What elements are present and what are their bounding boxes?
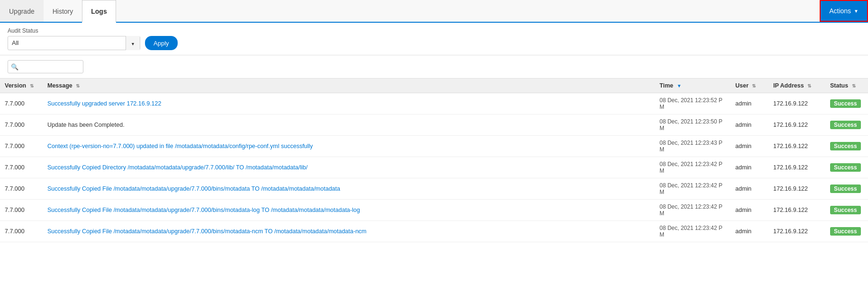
- col-header-version[interactable]: Version: [0, 79, 43, 93]
- tab-history[interactable]: History: [44, 0, 82, 22]
- cell-status: Success: [825, 114, 868, 136]
- cell-time: 08 Dec, 2021 12:23:43 PM: [655, 136, 731, 157]
- col-header-message[interactable]: Message: [43, 79, 655, 93]
- filter-area: Audit Status All Apply: [0, 23, 868, 55]
- cell-time: 08 Dec, 2021 12:23:42 PM: [655, 221, 731, 242]
- cell-time: 08 Dec, 2021 12:23:52 PM: [655, 93, 731, 114]
- cell-user: admin: [731, 93, 769, 114]
- message-link[interactable]: Successfully Copied File /motadata/motad…: [47, 185, 340, 192]
- search-input-wrap: 🔍: [8, 60, 83, 73]
- cell-version: 7.7.000: [0, 178, 43, 200]
- status-badge: Success: [830, 185, 861, 193]
- table-row: 7.7.000Update has been Completed.08 Dec,…: [0, 114, 868, 136]
- sort-icon-time: ▼: [677, 83, 681, 88]
- status-badge: Success: [830, 99, 861, 108]
- col-header-status[interactable]: Status: [825, 79, 868, 93]
- cell-ip: 172.16.9.122: [769, 136, 825, 157]
- search-icon: 🔍: [11, 63, 18, 70]
- top-bar: Upgrade History Logs Actions ▼: [0, 0, 868, 23]
- sort-icon-status: [852, 83, 856, 88]
- status-badge: Success: [830, 206, 861, 214]
- col-header-time[interactable]: Time ▼: [655, 79, 731, 93]
- cell-message[interactable]: Successfully Copied File /motadata/motad…: [43, 178, 655, 200]
- cell-status: Success: [825, 93, 868, 114]
- message-link[interactable]: Successfully Copied Directory /motadata/…: [47, 164, 307, 171]
- cell-version: 7.7.000: [0, 221, 43, 242]
- cell-ip: 172.16.9.122: [769, 93, 825, 114]
- cell-user: admin: [731, 114, 769, 136]
- col-header-ip[interactable]: IP Address: [769, 79, 825, 93]
- search-input[interactable]: [20, 63, 80, 70]
- table-row: 7.7.000Successfully Copied File /motadat…: [0, 200, 868, 221]
- logs-table: Version Message Time ▼ User IP Address: [0, 79, 868, 242]
- cell-version: 7.7.000: [0, 157, 43, 178]
- status-badge: Success: [830, 121, 861, 129]
- sort-icon-user: [752, 83, 756, 88]
- cell-status: Success: [825, 200, 868, 221]
- cell-message[interactable]: Context (rpe-version-no=7.7.000) updated…: [43, 136, 655, 157]
- cell-user: admin: [731, 221, 769, 242]
- audit-status-value: All: [8, 36, 126, 50]
- cell-ip: 172.16.9.122: [769, 114, 825, 136]
- cell-status: Success: [825, 178, 868, 200]
- table-row: 7.7.000Successfully Copied Directory /mo…: [0, 157, 868, 178]
- table-header-row: Version Message Time ▼ User IP Address: [0, 79, 868, 93]
- sort-icon-version: [30, 83, 34, 88]
- tab-upgrade[interactable]: Upgrade: [0, 0, 44, 22]
- chevron-down-icon: ▼: [854, 9, 859, 14]
- cell-message[interactable]: Successfully Copied File /motadata/motad…: [43, 200, 655, 221]
- cell-status: Success: [825, 136, 868, 157]
- cell-version: 7.7.000: [0, 136, 43, 157]
- cell-user: admin: [731, 157, 769, 178]
- message-link[interactable]: Successfully Copied File /motadata/motad…: [47, 207, 360, 213]
- cell-message: Update has been Completed.: [43, 114, 655, 136]
- cell-ip: 172.16.9.122: [769, 178, 825, 200]
- actions-button[interactable]: Actions ▼: [820, 0, 868, 22]
- cell-time: 08 Dec, 2021 12:23:42 PM: [655, 200, 731, 221]
- sort-icon-message: [76, 83, 80, 88]
- table-row: 7.7.000Successfully upgraded server 172.…: [0, 93, 868, 114]
- cell-time: 08 Dec, 2021 12:23:42 PM: [655, 178, 731, 200]
- cell-message[interactable]: Successfully Copied File /motadata/motad…: [43, 221, 655, 242]
- table-wrap: Version Message Time ▼ User IP Address: [0, 79, 868, 242]
- cell-user: admin: [731, 136, 769, 157]
- status-badge: Success: [830, 227, 861, 236]
- audit-status-select[interactable]: All: [8, 36, 140, 50]
- cell-version: 7.7.000: [0, 93, 43, 114]
- chevron-down-icon: [131, 40, 135, 47]
- status-badge: Success: [830, 142, 861, 150]
- filter-row: All Apply: [8, 36, 860, 50]
- cell-ip: 172.16.9.122: [769, 200, 825, 221]
- audit-status-dropdown-arrow[interactable]: [126, 36, 140, 50]
- cell-version: 7.7.000: [0, 114, 43, 136]
- search-area: 🔍: [0, 55, 868, 79]
- cell-message[interactable]: Successfully upgraded server 172.16.9.12…: [43, 93, 655, 114]
- cell-user: admin: [731, 200, 769, 221]
- cell-ip: 172.16.9.122: [769, 221, 825, 242]
- message-link[interactable]: Context (rpe-version-no=7.7.000) updated…: [47, 143, 313, 150]
- cell-time: 08 Dec, 2021 12:23:50 PM: [655, 114, 731, 136]
- tab-logs[interactable]: Logs: [82, 0, 116, 23]
- sort-icon-ip: [807, 83, 811, 88]
- status-badge: Success: [830, 163, 861, 172]
- col-header-user[interactable]: User: [731, 79, 769, 93]
- audit-status-label: Audit Status: [8, 27, 860, 34]
- apply-button[interactable]: Apply: [145, 36, 178, 50]
- cell-time: 08 Dec, 2021 12:23:42 PM: [655, 157, 731, 178]
- cell-message[interactable]: Successfully Copied Directory /motadata/…: [43, 157, 655, 178]
- cell-user: admin: [731, 178, 769, 200]
- table-row: 7.7.000Successfully Copied File /motadat…: [0, 178, 868, 200]
- message-link[interactable]: Successfully Copied File /motadata/motad…: [47, 228, 367, 235]
- message-link[interactable]: Successfully upgraded server 172.16.9.12…: [47, 100, 161, 107]
- table-row: 7.7.000Context (rpe-version-no=7.7.000) …: [0, 136, 868, 157]
- cell-status: Success: [825, 221, 868, 242]
- cell-ip: 172.16.9.122: [769, 157, 825, 178]
- table-row: 7.7.000Successfully Copied File /motadat…: [0, 221, 868, 242]
- cell-version: 7.7.000: [0, 200, 43, 221]
- cell-status: Success: [825, 157, 868, 178]
